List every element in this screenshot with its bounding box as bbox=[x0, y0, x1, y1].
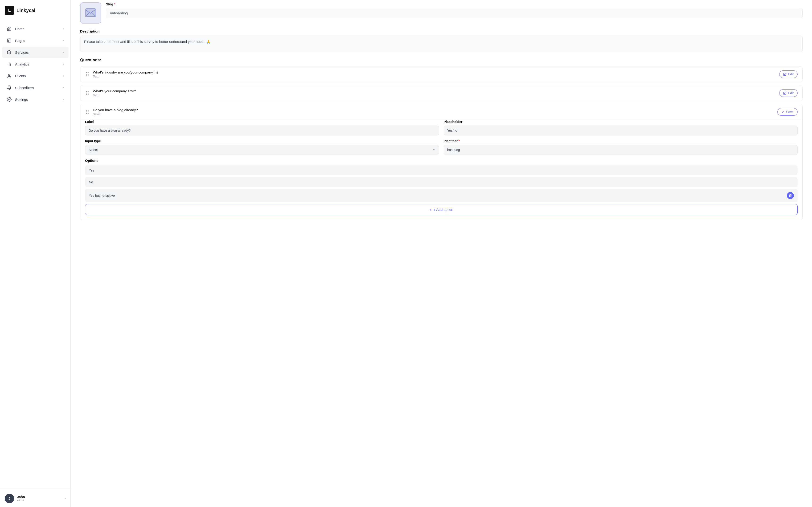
question-text-1: What's industry are you/your company in? bbox=[93, 70, 776, 74]
option-value-1: Yes bbox=[89, 168, 94, 172]
svg-rect-9 bbox=[86, 9, 96, 16]
option-value-3: Yes but not active bbox=[89, 194, 115, 198]
subscribers-label: Subscribers bbox=[15, 86, 34, 90]
svg-rect-0 bbox=[7, 39, 11, 42]
option-item-1: Yes bbox=[85, 165, 798, 175]
identifier-input[interactable] bbox=[444, 145, 798, 155]
services-chevron: › bbox=[63, 51, 64, 54]
options-label: Options bbox=[85, 159, 798, 163]
pages-chevron: › bbox=[63, 39, 64, 42]
placeholder-group: Placeholder bbox=[444, 120, 798, 135]
save-icon bbox=[781, 110, 785, 114]
placeholder-field-label: Placeholder bbox=[444, 120, 798, 124]
analytics-label: Analytics bbox=[15, 62, 29, 66]
svg-marker-3 bbox=[7, 50, 11, 52]
placeholder-field-input[interactable] bbox=[444, 125, 798, 135]
app-logo[interactable]: L Linkycal bbox=[0, 0, 70, 21]
subscribers-icon bbox=[7, 85, 12, 90]
app-name: Linkycal bbox=[16, 8, 35, 13]
delete-option-button-3[interactable] bbox=[787, 192, 794, 199]
drag-handle-3[interactable] bbox=[85, 109, 90, 115]
input-type-select[interactable]: Select Text Textarea Checkbox bbox=[85, 145, 439, 155]
pages-icon bbox=[7, 38, 12, 43]
save-button-3[interactable]: Save bbox=[777, 108, 798, 116]
questions-title: Questions: bbox=[80, 58, 803, 62]
edit-button-1[interactable]: Edit bbox=[779, 70, 798, 78]
question-text-2: What's your company size? bbox=[93, 89, 776, 93]
main-content: Slug * Description Please take a moment … bbox=[71, 0, 812, 507]
question-card-1: What's industry are you/your company in?… bbox=[80, 66, 803, 82]
svg-point-8 bbox=[9, 99, 10, 100]
slug-section: Slug * bbox=[106, 2, 803, 18]
question-type-2: Text bbox=[93, 94, 776, 97]
question-info-1: What's industry are you/your company in?… bbox=[93, 70, 776, 78]
settings-icon bbox=[7, 97, 12, 102]
identifier-required-star: * bbox=[458, 139, 460, 143]
question-info-3: Do you have a blog already? Select bbox=[93, 108, 774, 116]
label-group: Label bbox=[85, 120, 439, 135]
question-type-3: Select bbox=[93, 112, 774, 116]
analytics-icon bbox=[7, 61, 12, 67]
settings-chevron: › bbox=[63, 98, 64, 101]
analytics-chevron: › bbox=[63, 62, 64, 66]
clients-label: Clients bbox=[15, 74, 26, 78]
service-image[interactable] bbox=[80, 2, 101, 23]
home-label: Home bbox=[15, 27, 24, 31]
option-value-2: No bbox=[89, 180, 93, 184]
drag-handle-1[interactable] bbox=[85, 71, 90, 77]
sidebar-item-settings[interactable]: Settings › bbox=[2, 94, 68, 105]
identifier-group: Identifier * bbox=[444, 139, 798, 155]
question-info-2: What's your company size? Text bbox=[93, 89, 776, 97]
user-chevron: › bbox=[65, 497, 66, 500]
input-type-group: Input type Select Text Textarea Checkbox bbox=[85, 139, 439, 155]
description-box: Please take a moment and fill out this s… bbox=[80, 36, 803, 52]
top-section: Slug * bbox=[80, 0, 803, 23]
label-field-input[interactable] bbox=[85, 125, 439, 135]
sidebar-item-clients[interactable]: Clients › bbox=[2, 70, 68, 81]
clients-icon bbox=[7, 73, 12, 78]
add-option-label: + Add option bbox=[433, 208, 453, 212]
slug-label: Slug * bbox=[106, 2, 803, 6]
settings-label: Settings bbox=[15, 98, 28, 102]
description-label: Description bbox=[80, 29, 803, 33]
sidebar-nav: Home › Pages › bbox=[0, 21, 70, 490]
add-option-icon: + bbox=[430, 208, 432, 212]
user-name: John bbox=[17, 495, 62, 499]
question-text-3: Do you have a blog already? bbox=[93, 108, 774, 112]
edit-button-2-label: Edit bbox=[788, 91, 794, 95]
home-chevron: › bbox=[63, 27, 64, 31]
sidebar: L Linkycal Home › bbox=[0, 0, 71, 507]
slug-input[interactable] bbox=[106, 8, 803, 18]
avatar: J bbox=[5, 494, 14, 503]
question-form-3: Label Placeholder Input type Select Text… bbox=[80, 120, 802, 220]
sidebar-user[interactable]: J John elt.to/ › bbox=[0, 490, 70, 507]
input-type-label: Input type bbox=[85, 139, 439, 143]
question-row-1: What's industry are you/your company in?… bbox=[80, 66, 802, 82]
label-field-label: Label bbox=[85, 120, 439, 124]
pages-label: Pages bbox=[15, 39, 25, 43]
clients-chevron: › bbox=[63, 74, 64, 77]
services-label: Services bbox=[15, 50, 29, 54]
sidebar-item-subscribers[interactable]: Subscribers › bbox=[2, 82, 68, 93]
svg-point-7 bbox=[8, 74, 10, 76]
logo-icon: L bbox=[5, 6, 14, 15]
type-identifier-row: Input type Select Text Textarea Checkbox… bbox=[85, 139, 798, 155]
add-option-button[interactable]: + + Add option bbox=[85, 204, 798, 215]
slug-required-star: * bbox=[114, 2, 115, 6]
identifier-label: Identifier * bbox=[444, 139, 798, 143]
option-item-3: Yes but not active bbox=[85, 189, 798, 202]
home-icon bbox=[7, 26, 12, 31]
option-item-2: No bbox=[85, 177, 798, 187]
save-button-3-label: Save bbox=[786, 110, 794, 114]
sidebar-item-home[interactable]: Home › bbox=[2, 23, 68, 35]
sidebar-item-analytics[interactable]: Analytics › bbox=[2, 58, 68, 70]
question-row-2: What's your company size? Text Edit bbox=[80, 85, 802, 101]
edit-button-2[interactable]: Edit bbox=[779, 89, 798, 97]
edit-button-1-label: Edit bbox=[788, 72, 794, 76]
label-placeholder-row: Label Placeholder bbox=[85, 120, 798, 135]
user-info: John elt.to/ bbox=[17, 495, 62, 502]
sidebar-item-services[interactable]: Services › bbox=[2, 47, 68, 58]
sidebar-item-pages[interactable]: Pages › bbox=[2, 35, 68, 46]
drag-handle-2[interactable] bbox=[85, 90, 90, 96]
edit-icon-1 bbox=[783, 72, 787, 76]
